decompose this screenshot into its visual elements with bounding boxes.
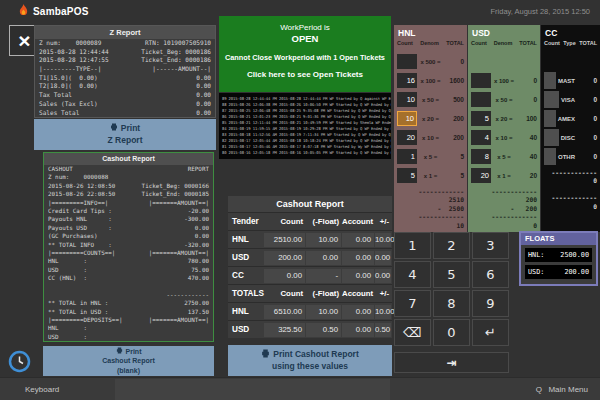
workperiod-log[interactable]: 89 2015-08-28 12:44:44 PM 2015-08-28 12:… bbox=[219, 93, 391, 159]
count-input-cell[interactable]: 8 bbox=[471, 149, 491, 164]
count-input-cell[interactable]: 1 bbox=[397, 149, 417, 164]
denom-row: 20 x 1 = 20 bbox=[468, 166, 540, 185]
key-8[interactable]: 8 bbox=[433, 290, 470, 317]
key-0[interactable]: 0 bbox=[433, 319, 470, 346]
denom-label: x 10 = bbox=[493, 135, 515, 141]
panel-total-line: 2510 bbox=[397, 196, 464, 204]
tender-plusminus: 0.00 bbox=[375, 269, 391, 283]
totals-row: HNL 6510.00 10.00 0.00 10.00 bbox=[228, 302, 392, 320]
tender-plusminus: 10.00 bbox=[375, 233, 391, 247]
count-input-cell[interactable] bbox=[544, 91, 559, 108]
z-report-row: 2015-08-28 12:44:44 Ticket_Beg: 0000186 bbox=[35, 48, 215, 57]
cashout-panel-row: (GC Purchases) 0.00 bbox=[44, 232, 213, 240]
main-menu-button[interactable]: Main Menu bbox=[548, 385, 588, 394]
key-tab[interactable]: ⇥ bbox=[394, 352, 509, 373]
cc-type-row: DISC 0 bbox=[541, 128, 600, 147]
count-input-cell[interactable] bbox=[544, 148, 556, 165]
key-9[interactable]: 9 bbox=[472, 290, 509, 317]
clock-button[interactable] bbox=[8, 350, 31, 373]
denom-row: 8 x 5 = 40 bbox=[468, 147, 540, 166]
cashout-panel-row: CASHOUT REPORT bbox=[44, 165, 213, 173]
denom-total: 1600 bbox=[444, 77, 464, 84]
log-line: 80 2015-08-16 12:05:18 PM 2015-08-16 10:… bbox=[222, 150, 388, 156]
usd-column-headers: Count Denom TOTAL bbox=[468, 38, 540, 48]
count-input-cell[interactable] bbox=[397, 54, 417, 69]
print-cashout-blank-button[interactable]: Print Cashout Report (blank) bbox=[43, 346, 214, 376]
print-z-report-button[interactable]: Print Z Report bbox=[34, 119, 216, 150]
count-input-cell[interactable] bbox=[471, 92, 491, 107]
count-input-cell[interactable]: 20 bbox=[397, 130, 417, 145]
count-input-cell[interactable]: 5 bbox=[471, 111, 491, 126]
count-input-cell[interactable]: 4 bbox=[471, 130, 491, 145]
denom-label: x 20 = bbox=[493, 116, 515, 122]
usd-panel-title: USD bbox=[468, 27, 540, 38]
keyboard-strip[interactable] bbox=[115, 379, 390, 400]
key-6[interactable]: 6 bbox=[472, 261, 509, 288]
key-backspace[interactable]: ⌫ bbox=[394, 319, 431, 346]
row-label: 2015-08-26 22:08:50 bbox=[48, 190, 115, 198]
open-tickets-link[interactable]: Click here to see Open Tickets bbox=[219, 70, 391, 79]
denom-label: x 10 = bbox=[419, 135, 442, 141]
denom-total: 40 bbox=[517, 153, 537, 160]
panel-total-line: 0 bbox=[471, 222, 537, 230]
cashout-panel-row: 2015-08-26 12:08:50 Ticket_Beg: 0000166 bbox=[44, 182, 213, 190]
print-cashout-values-button[interactable]: Print Cashout Report using these values bbox=[228, 345, 392, 376]
count-input-cell[interactable] bbox=[544, 72, 556, 89]
count-input-cell[interactable] bbox=[471, 73, 491, 88]
card-type-label: OTHR bbox=[558, 154, 575, 160]
app-logo: SambaPOS bbox=[18, 4, 89, 19]
cashout-panel-title: Cashout Report bbox=[44, 153, 213, 165]
row-value: -320.00 bbox=[184, 241, 209, 249]
count-input-cell[interactable]: 16 bbox=[397, 73, 417, 88]
row-value: 0.00 bbox=[196, 82, 211, 91]
cc-type-row: MAST 0 bbox=[541, 71, 600, 90]
float-usd-field[interactable]: USD: 200.00 bbox=[525, 265, 592, 279]
printer-icon bbox=[261, 349, 270, 361]
key-7[interactable]: 7 bbox=[394, 290, 431, 317]
workperiod-status-box[interactable]: WorkPeriod is OPEN Cannot Close Workperi… bbox=[219, 16, 391, 92]
cashout-panel-row: ** TOTAL INFO : -320.00 bbox=[44, 241, 213, 249]
card-type-label: MAST bbox=[558, 78, 575, 84]
row-label: |---------TYPE--| bbox=[39, 65, 101, 74]
z-report-rows: Z num: 0000089 RTN: 1019007505910 2015-0… bbox=[35, 39, 215, 117]
floats-panel: FLOATS HNL: 2500.00 USD: 200.00 bbox=[519, 231, 598, 286]
col-plusminus: +/- bbox=[375, 289, 392, 298]
denom-label: x 1 = bbox=[493, 173, 515, 179]
key-2[interactable]: 2 bbox=[433, 232, 470, 259]
row-value: Ticket_End: 0000185 bbox=[142, 190, 209, 198]
cashout-panel-row: HNL : bbox=[44, 324, 213, 332]
denom-row: 1 x 5 = 5 bbox=[394, 147, 467, 166]
card-type-total: 0 bbox=[577, 77, 597, 84]
denom-row: 16 x 100 = 1600 bbox=[394, 71, 467, 90]
keyboard-label[interactable]: Keyboard bbox=[25, 385, 59, 394]
row-value: 470.00 bbox=[188, 274, 209, 282]
row-label: CC (HNL) : bbox=[48, 274, 87, 282]
floats-title: FLOATS bbox=[521, 233, 596, 245]
key-4[interactable]: 4 bbox=[394, 261, 431, 288]
key-enter[interactable]: ↵ bbox=[472, 319, 509, 346]
count-input-cell[interactable]: 10 bbox=[397, 111, 417, 126]
row-label: Sales (Tax Excl) bbox=[39, 100, 98, 109]
tender-plusminus: 0.50 bbox=[375, 323, 391, 337]
tab-icon: ⇥ bbox=[446, 356, 456, 370]
float-hnl-field[interactable]: HNL: 2500.00 bbox=[525, 248, 592, 262]
key-1[interactable]: 1 bbox=[394, 232, 431, 259]
count-input-cell[interactable] bbox=[544, 110, 556, 127]
row-value: 0.00 bbox=[196, 91, 211, 100]
count-input-cell[interactable]: 20 bbox=[471, 168, 491, 183]
row-label: USD : bbox=[48, 333, 87, 341]
row-label: USD : bbox=[48, 266, 87, 274]
tender-float: - bbox=[306, 269, 341, 283]
row-value: 780.00 bbox=[188, 257, 209, 265]
count-input-cell[interactable] bbox=[544, 129, 559, 146]
count-input-cell[interactable]: 10 bbox=[397, 92, 417, 107]
count-input-cell[interactable]: 5 bbox=[397, 168, 417, 183]
row-value: |=======AMOUNT==| bbox=[149, 316, 209, 324]
row-value: Ticket_Beg: 0000186 bbox=[141, 48, 211, 57]
row-label: Tax Total bbox=[39, 91, 72, 100]
key-3[interactable]: 3 bbox=[472, 232, 509, 259]
user-indicator[interactable]: Q bbox=[536, 385, 542, 394]
tender-account: 0.00 bbox=[342, 251, 374, 265]
row-label: ** TOTAL INFO : bbox=[48, 241, 112, 249]
key-5[interactable]: 5 bbox=[433, 261, 470, 288]
